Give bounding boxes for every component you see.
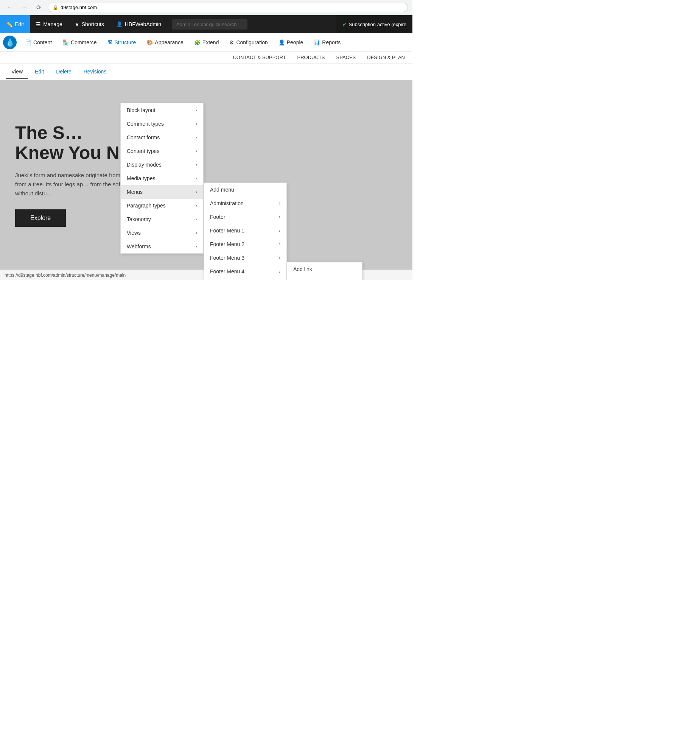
structure-menu: Block layout › Comment types › Contact f… <box>120 103 204 254</box>
chevron-right-icon: › <box>279 214 280 220</box>
search-area <box>167 15 336 33</box>
appearance-label: Appearance <box>155 39 184 45</box>
drupal-logo[interactable]: 💧 <box>3 36 17 49</box>
chevron-right-icon: › <box>279 242 280 247</box>
chevron-right-icon: › <box>196 189 197 195</box>
admin-toolbar: ✏️ Edit ☰ Manage ★ Shortcuts 👤 HBFWebAdm… <box>0 15 412 33</box>
content-types-item[interactable]: Content types › <box>121 144 203 158</box>
content-icon: 📄 <box>25 39 31 45</box>
check-icon: ✔ <box>342 22 347 27</box>
structure-icon: 🏗 <box>107 39 113 45</box>
comment-types-item[interactable]: Comment types › <box>121 117 203 131</box>
user-button[interactable]: 👤 HBFWebAdmin <box>110 15 167 33</box>
chevron-right-icon: › <box>196 108 197 113</box>
drupal-nav: 💧 📄 Content 🏪 Commerce 🏗 Structure 🎨 App… <box>0 33 412 51</box>
page-tabs: View Edit Delete Revisions <box>0 64 412 80</box>
spaces-link[interactable]: SPACES <box>336 55 356 60</box>
chevron-right-icon: › <box>196 162 197 167</box>
content-label: Content <box>33 39 52 45</box>
main-navigation-submenu: Add link Manage fields Manage form displ… <box>287 262 362 280</box>
chevron-right-icon: › <box>196 203 197 208</box>
menus-submenu: Add menu Administration › Footer › Foote… <box>204 182 287 280</box>
nav-content[interactable]: 📄 Content <box>20 33 57 51</box>
media-types-item[interactable]: Media types › <box>121 172 203 185</box>
explore-button[interactable]: Explore <box>15 209 66 227</box>
nav-commerce[interactable]: 🏪 Commerce <box>57 33 102 51</box>
manage-button[interactable]: ☰ Manage <box>30 15 68 33</box>
forward-button[interactable]: → <box>19 2 30 13</box>
design-plan-link[interactable]: DESIGN & PLAN <box>367 55 405 60</box>
contact-support-link[interactable]: CONTACT & SUPPORT <box>233 55 286 60</box>
products-link[interactable]: PRODUCTS <box>297 55 325 60</box>
configuration-label: Configuration <box>236 39 268 45</box>
nav-structure[interactable]: 🏗 Structure <box>102 33 142 51</box>
subscription-info: ✔ Subscription active (expire <box>336 15 412 33</box>
appearance-icon: 🎨 <box>146 39 153 45</box>
people-icon: 👤 <box>278 39 285 45</box>
add-menu-item[interactable]: Add menu <box>204 183 286 196</box>
address-bar[interactable]: 🔒 d9stage.hbf.com <box>48 3 408 12</box>
chevron-right-icon: › <box>196 176 197 181</box>
user-icon: 👤 <box>116 21 123 27</box>
nav-extend[interactable]: 🧩 Extend <box>189 33 224 51</box>
chevron-right-icon: › <box>196 217 197 222</box>
chevron-right-icon: › <box>196 148 197 154</box>
subscription-label: Subscription active (expire <box>349 22 406 27</box>
reload-button[interactable]: ⟳ <box>33 2 44 13</box>
structure-label: Structure <box>115 39 136 45</box>
views-item[interactable]: Views › <box>121 226 203 240</box>
edit-button[interactable]: ✏️ Edit <box>0 15 30 33</box>
pencil-icon: ✏️ <box>6 21 12 27</box>
footer-menu-3-item[interactable]: Footer Menu 3 › <box>204 251 286 265</box>
user-label: HBFWebAdmin <box>125 21 161 27</box>
tab-revisions[interactable]: Revisions <box>78 65 112 79</box>
chevron-right-icon: › <box>279 201 280 206</box>
tab-view[interactable]: View <box>6 65 28 79</box>
footer-menu-2-item[interactable]: Footer Menu 2 › <box>204 237 286 251</box>
contact-forms-item[interactable]: Contact forms › <box>121 131 203 144</box>
nav-appearance[interactable]: 🎨 Appearance <box>141 33 189 51</box>
nav-reports[interactable]: 📊 Reports <box>308 33 346 51</box>
extend-icon: 🧩 <box>194 39 201 45</box>
shortcuts-button[interactable]: ★ Shortcuts <box>68 15 110 33</box>
footer-menu-1-item[interactable]: Footer Menu 1 › <box>204 224 286 237</box>
nav-people[interactable]: 👤 People <box>273 33 309 51</box>
nav-configuration[interactable]: ⚙ Configuration <box>224 33 273 51</box>
paragraph-types-item[interactable]: Paragraph types › <box>121 199 203 212</box>
site-nav: CONTACT & SUPPORT PRODUCTS SPACES DESIGN… <box>0 51 412 64</box>
chevron-right-icon: › <box>279 228 280 233</box>
footer-menu-5-item[interactable]: Footer Menu 5 › <box>204 278 286 280</box>
star-icon: ★ <box>75 21 79 27</box>
add-link-item[interactable]: Add link <box>287 262 362 276</box>
menu-icon: ☰ <box>36 21 41 27</box>
tab-edit[interactable]: Edit <box>30 65 49 79</box>
chevron-right-icon: › <box>196 121 197 126</box>
block-layout-item[interactable]: Block layout › <box>121 103 203 117</box>
lock-icon: 🔒 <box>53 5 58 10</box>
browser-bar: ← → ⟳ 🔒 d9stage.hbf.com <box>0 0 412 15</box>
taxonomy-item[interactable]: Taxonomy › <box>121 212 203 226</box>
search-input[interactable] <box>172 19 247 30</box>
chevron-right-icon: › <box>196 230 197 235</box>
structure-dropdown: Block layout › Comment types › Contact f… <box>120 103 204 254</box>
menus-item[interactable]: Menus › <box>121 185 203 199</box>
chevron-right-icon: › <box>196 135 197 140</box>
footer-menu-4-item[interactable]: Footer Menu 4 › <box>204 265 286 278</box>
footer-item[interactable]: Footer › <box>204 210 286 224</box>
reports-label: Reports <box>322 39 341 45</box>
reports-icon: 📊 <box>314 39 320 45</box>
chevron-right-icon: › <box>279 269 280 274</box>
shortcuts-label: Shortcuts <box>82 21 104 27</box>
display-modes-item[interactable]: Display modes › <box>121 158 203 172</box>
back-button[interactable]: ← <box>5 2 15 13</box>
webforms-item[interactable]: Webforms › <box>121 240 203 253</box>
chevron-right-icon: › <box>279 255 280 260</box>
status-url: https://d9stage.hbf.com/admin/structure/… <box>5 273 126 278</box>
manage-fields-item[interactable]: Manage fields <box>287 276 362 280</box>
administration-item[interactable]: Administration › <box>204 196 286 210</box>
commerce-icon: 🏪 <box>62 39 69 45</box>
people-label: People <box>287 39 303 45</box>
tab-delete[interactable]: Delete <box>51 65 76 79</box>
commerce-label: Commerce <box>71 39 96 45</box>
edit-label: Edit <box>15 21 24 27</box>
